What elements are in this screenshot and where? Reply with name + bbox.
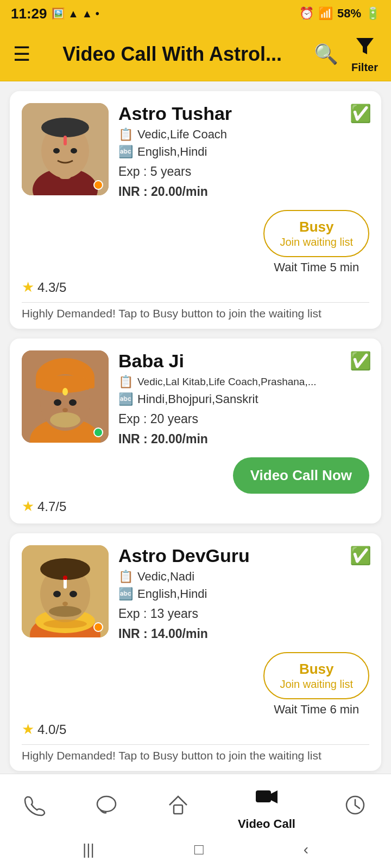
nav-item-phone[interactable] xyxy=(24,794,47,821)
rating-row-tushar: ★ 4.3/5 xyxy=(22,279,369,296)
video-call-label-baba: Video Call Now xyxy=(250,467,352,484)
rating-tushar: 4.3/5 xyxy=(37,280,66,295)
book-icon-tushar: 📋 xyxy=(118,127,133,142)
card-top-devguru: ✅ Astro DevGuru 📋 Vedic,Nadi 🔤 English,H… xyxy=(22,545,369,717)
astro-name-baba: Baba Ji xyxy=(118,350,348,372)
svg-point-30 xyxy=(70,591,77,597)
rating-row-baba: ★ 4.7/5 xyxy=(22,498,369,515)
gesture-bar: ||| □ ‹ xyxy=(0,835,391,868)
action-row-tushar: Busy Join waiting list Wait Time 5 min xyxy=(118,205,369,275)
svg-point-19 xyxy=(50,412,80,427)
svg-point-17 xyxy=(54,399,61,406)
svg-point-18 xyxy=(69,399,77,406)
exp-devguru: Exp : 13 years xyxy=(118,607,369,621)
filter-button[interactable]: Filter xyxy=(351,35,378,74)
languages-row-devguru: 🔤 English,Hindi xyxy=(118,587,369,601)
demand-text-devguru: Highly Demanded! Tap to Busy button to j… xyxy=(22,749,321,762)
languages-row-tushar: 🔤 English,Hindi xyxy=(118,145,369,159)
svg-point-7 xyxy=(53,148,60,154)
battery-icon: 🔋 xyxy=(365,7,380,21)
svg-point-20 xyxy=(62,408,68,412)
svg-marker-0 xyxy=(356,38,374,54)
header: ☰ Video Call With Astrol... 🔍 Filter xyxy=(0,27,391,81)
video-icon xyxy=(254,784,280,815)
svg-rect-43 xyxy=(174,805,182,814)
specialties-tushar: Vedic,Life Coach xyxy=(137,127,227,142)
busy-label-devguru: Busy xyxy=(299,661,334,678)
star-icon-tushar: ★ xyxy=(22,279,34,296)
nav-item-video[interactable]: Video Call xyxy=(238,784,295,831)
nav-item-history[interactable] xyxy=(343,793,367,822)
languages-tushar: English,Hindi xyxy=(137,145,207,159)
menu-icon[interactable]: ☰ xyxy=(13,43,30,66)
wait-time-devguru: Wait Time 6 min xyxy=(274,703,359,717)
avatar-wrap-devguru xyxy=(22,545,109,637)
wifi-icon: 📶 xyxy=(318,7,333,21)
status-time: 11:29 🖼️ ▲ ▲ • xyxy=(11,5,99,22)
gesture-square: □ xyxy=(194,841,204,858)
history-icon xyxy=(343,793,367,822)
avatar-wrap-tushar xyxy=(22,103,109,195)
svg-point-29 xyxy=(53,591,61,597)
busy-button-tushar[interactable]: Busy Join waiting list xyxy=(263,210,369,257)
price-devguru: INR : 14.00/min xyxy=(118,627,369,641)
svg-point-33 xyxy=(43,620,87,628)
action-row-devguru: Busy Join waiting list Wait Time 6 min xyxy=(118,647,369,717)
languages-devguru: English,Hindi xyxy=(137,587,207,601)
status-dot-tushar xyxy=(93,180,103,190)
divider-devguru xyxy=(22,744,369,745)
notification-icons: 🖼️ ▲ ▲ • xyxy=(52,7,99,20)
card-info-tushar: ✅ Astro Tushar 📋 Vedic,Life Coach 🔤 Engl… xyxy=(118,103,369,275)
card-info-devguru: ✅ Astro DevGuru 📋 Vedic,Nadi 🔤 English,H… xyxy=(118,545,369,717)
busy-button-devguru[interactable]: Busy Join waiting list xyxy=(263,652,369,699)
status-icons: ⏰ 📶 58% 🔋 xyxy=(299,7,380,21)
gesture-lines: ||| xyxy=(83,841,94,858)
languages-baba: Hindi,Bhojpuri,Sanskrit xyxy=(137,392,258,406)
verified-badge-devguru: ✅ xyxy=(350,545,369,565)
bottom-nav: Video Call ||| □ ‹ xyxy=(0,774,391,868)
nav-item-home[interactable] xyxy=(166,793,190,822)
wait-time-tushar: Wait Time 5 min xyxy=(274,260,359,275)
specialties-devguru: Vedic,Nadi xyxy=(137,570,194,584)
divider-tushar xyxy=(22,302,369,303)
lang-icon-devguru: 🔤 xyxy=(118,587,133,601)
astro-name-devguru: Astro DevGuru xyxy=(118,545,348,566)
filter-icon xyxy=(354,35,376,61)
svg-rect-6 xyxy=(64,136,67,145)
nav-item-chat[interactable] xyxy=(94,793,118,822)
svg-rect-44 xyxy=(256,790,271,802)
languages-row-baba: 🔤 Hindi,Bhojpuri,Sanskrit xyxy=(118,392,369,406)
price-tushar: INR : 20.00/min xyxy=(118,184,369,199)
astrologer-card-devguru: ✅ Astro DevGuru 📋 Vedic,Nadi 🔤 English,H… xyxy=(10,533,381,771)
avatar-wrap-baba xyxy=(22,350,109,443)
search-icon[interactable]: 🔍 xyxy=(314,43,338,66)
join-label-devguru: Join waiting list xyxy=(280,678,353,691)
astrologer-card-baba: ✅ Baba Ji 📋 Vedic,Lal Kitab,Life Coach,P… xyxy=(10,339,381,524)
astrologer-card-tushar: ✅ Astro Tushar 📋 Vedic,Life Coach 🔤 Engl… xyxy=(10,91,381,329)
join-label-tushar: Join waiting list xyxy=(280,235,353,248)
svg-point-16 xyxy=(62,388,68,395)
action-col-devguru: Busy Join waiting list Wait Time 6 min xyxy=(263,647,369,717)
card-top-tushar: ✅ Astro Tushar 📋 Vedic,Life Coach 🔤 Engl… xyxy=(22,103,369,275)
exp-tushar: Exp : 5 years xyxy=(118,164,369,179)
specialties-row-baba: 📋 Vedic,Lal Kitab,Life Coach,Prashana,..… xyxy=(118,375,369,389)
action-row-baba: Video Call Now xyxy=(118,452,369,494)
time-display: 11:29 xyxy=(11,5,47,22)
svg-point-32 xyxy=(62,602,68,606)
rating-devguru: 4.0/5 xyxy=(37,722,66,737)
specialties-baba: Vedic,Lal Kitab,Life Coach,Prashana,... xyxy=(137,376,317,388)
video-nav-label: Video Call xyxy=(238,817,295,831)
svg-point-28 xyxy=(63,576,67,580)
book-icon-devguru: 📋 xyxy=(118,570,133,584)
battery-display: 58% xyxy=(337,7,361,21)
lang-icon-baba: 🔤 xyxy=(118,392,133,406)
rating-baba: 4.7/5 xyxy=(37,499,66,514)
action-col-tushar: Busy Join waiting list Wait Time 5 min xyxy=(263,205,369,275)
video-call-button-baba[interactable]: Video Call Now xyxy=(233,457,369,494)
svg-point-8 xyxy=(71,148,77,154)
lang-icon-tushar: 🔤 xyxy=(118,145,133,159)
star-icon-devguru: ★ xyxy=(22,721,34,738)
rating-row-devguru: ★ 4.0/5 xyxy=(22,721,369,738)
nav-items: Video Call xyxy=(0,774,391,835)
astro-name-tushar: Astro Tushar xyxy=(118,103,348,124)
